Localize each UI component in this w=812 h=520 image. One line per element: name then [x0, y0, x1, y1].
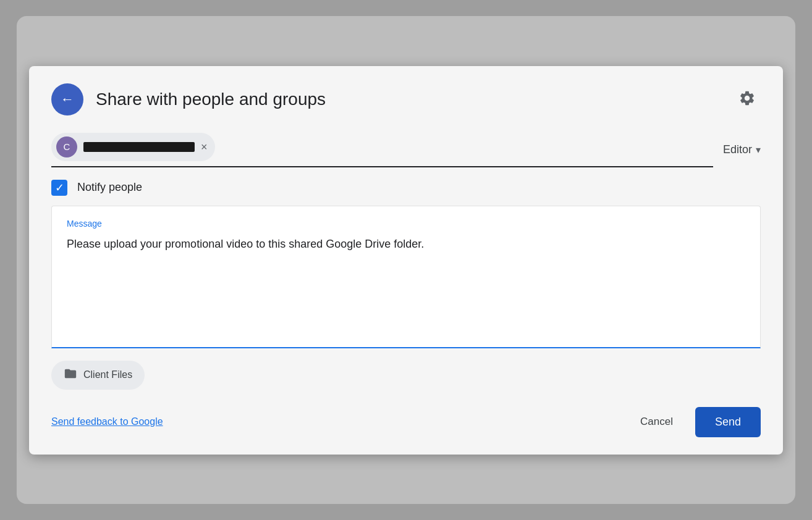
folder-icon — [64, 367, 77, 384]
folder-label: Client Files — [83, 369, 132, 380]
chevron-down-icon: ▾ — [756, 144, 761, 156]
message-box[interactable]: Message Please upload your promotional v… — [51, 206, 761, 348]
folder-chip[interactable]: Client Files — [51, 361, 145, 390]
header-left: ← Share with people and groups — [51, 83, 326, 115]
dialog-footer: Send feedback to Google Cancel Send — [51, 407, 761, 437]
recipient-input-area[interactable]: C × — [51, 133, 713, 167]
recipient-chip: C × — [51, 133, 215, 161]
dialog-overlay: ← Share with people and groups C × — [17, 16, 795, 504]
cancel-button[interactable]: Cancel — [628, 409, 685, 434]
remove-recipient-button[interactable]: × — [201, 141, 208, 153]
notify-row: ✓ Notify people — [51, 180, 761, 196]
dialog-header: ← Share with people and groups — [51, 83, 761, 115]
feedback-link[interactable]: Send feedback to Google — [51, 416, 163, 427]
notify-checkbox[interactable]: ✓ — [51, 180, 67, 196]
role-label: Editor — [723, 143, 752, 156]
dialog-title: Share with people and groups — [96, 90, 326, 109]
back-arrow-icon: ← — [61, 93, 74, 106]
notify-label: Notify people — [77, 181, 142, 194]
back-button[interactable]: ← — [51, 83, 83, 115]
checkmark-icon: ✓ — [55, 182, 64, 193]
recipient-name-redacted — [83, 142, 195, 152]
message-label: Message — [67, 219, 745, 229]
gear-icon — [738, 90, 756, 107]
share-dialog: ← Share with people and groups C × — [29, 66, 783, 455]
recipient-avatar: C — [56, 136, 77, 157]
send-button[interactable]: Send — [695, 407, 761, 437]
recipient-row: C × Editor ▾ — [51, 133, 761, 167]
role-dropdown[interactable]: Editor ▾ — [723, 143, 761, 156]
message-text[interactable]: Please upload your promotional video to … — [67, 236, 745, 335]
settings-button[interactable] — [734, 85, 761, 114]
footer-actions: Cancel Send — [628, 407, 761, 437]
